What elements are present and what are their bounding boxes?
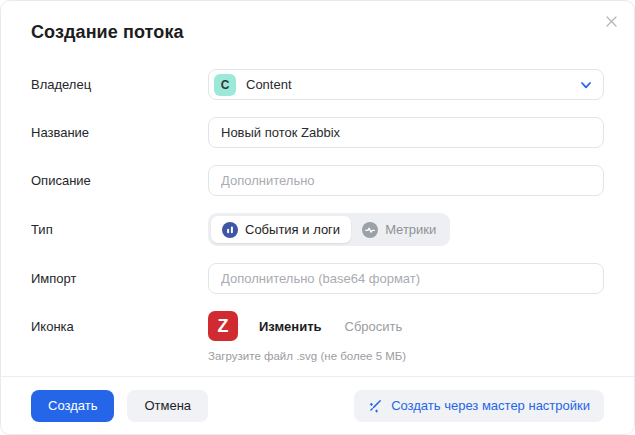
type-option-label: События и логи xyxy=(245,222,340,237)
bar-chart-icon xyxy=(222,222,238,238)
owner-avatar: C xyxy=(214,74,236,96)
create-flow-modal: Создание потока Владелец C Content Назва… xyxy=(0,0,635,435)
description-input[interactable] xyxy=(208,165,604,196)
type-segmented-control: События и логи Метрики xyxy=(208,213,450,246)
name-row: Название xyxy=(31,117,604,148)
create-flow-form: Владелец C Content Название xyxy=(1,43,634,362)
reset-icon-button[interactable]: Сбросить xyxy=(345,319,403,334)
type-option-events-logs[interactable]: События и логи xyxy=(211,216,351,243)
change-icon-button[interactable]: Изменить xyxy=(259,319,322,334)
owner-row: Владелец C Content xyxy=(31,69,604,100)
create-wizard-button[interactable]: Создать через мастер настройки xyxy=(354,390,604,422)
modal-footer: Создать Отмена Создать через мастер наст… xyxy=(1,376,634,434)
page-title: Создание потока xyxy=(1,1,634,43)
type-option-metrics[interactable]: Метрики xyxy=(351,216,447,243)
import-input[interactable] xyxy=(208,263,604,294)
create-button[interactable]: Создать xyxy=(31,390,114,422)
icon-row: Иконка Z Изменить Сбросить Загрузите фай… xyxy=(31,311,604,362)
import-row: Импорт xyxy=(31,263,604,294)
type-option-label: Метрики xyxy=(385,222,436,237)
zabbix-logo-icon: Z xyxy=(208,311,238,341)
type-row: Тип События и логи xyxy=(31,213,604,246)
owner-select[interactable]: C Content xyxy=(208,69,604,100)
magic-wand-icon xyxy=(368,398,383,413)
owner-select-value: Content xyxy=(246,77,579,92)
pulse-icon xyxy=(362,222,378,238)
close-icon[interactable] xyxy=(598,8,624,34)
icon-upload-hint: Загрузите файл .svg (не более 5 МБ) xyxy=(208,350,604,362)
description-label: Описание xyxy=(31,173,208,188)
name-label: Название xyxy=(31,125,208,140)
name-input[interactable] xyxy=(208,117,604,148)
description-row: Описание xyxy=(31,165,604,196)
type-label: Тип xyxy=(31,222,208,237)
import-label: Импорт xyxy=(31,271,208,286)
cancel-button[interactable]: Отмена xyxy=(127,390,208,422)
icon-label: Иконка xyxy=(31,319,208,334)
chevron-down-icon xyxy=(579,78,593,92)
create-wizard-label: Создать через мастер настройки xyxy=(391,398,590,413)
owner-label: Владелец xyxy=(31,77,208,92)
